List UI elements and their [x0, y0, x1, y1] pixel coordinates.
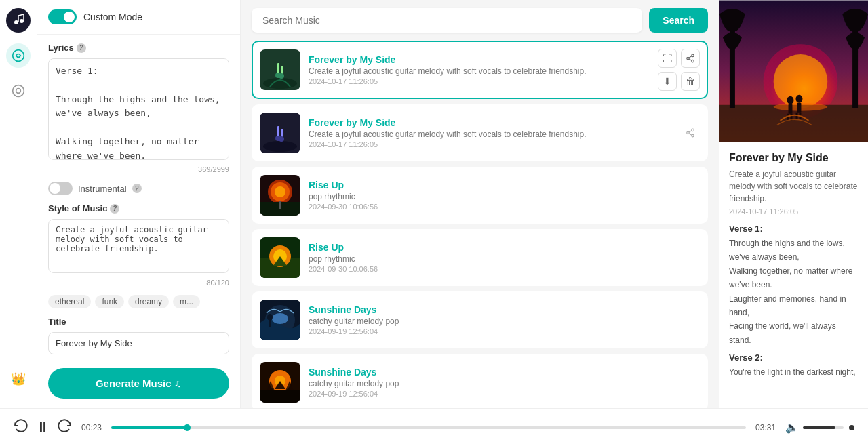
svg-rect-48	[260, 390, 300, 403]
share-button-2[interactable]	[681, 123, 700, 142]
svg-point-20	[263, 141, 297, 152]
song-date-4: 2024-09-30 10:06:56	[309, 265, 700, 273]
song-list: Forever by My Side Create a joyful acous…	[241, 41, 719, 408]
title-label: Title	[48, 317, 229, 327]
song-actions-1: ⛶ ⬇ 🗑	[658, 49, 700, 91]
volume-row: 🔈	[785, 421, 854, 434]
expand-button-1[interactable]: ⛶	[658, 49, 677, 68]
lyric-line-5: You're the light in the darkest night,	[729, 365, 859, 379]
song-title-3: Rise Up	[309, 180, 700, 190]
instrumental-toggle[interactable]	[48, 182, 73, 195]
svg-point-24	[279, 136, 284, 142]
nav-icon-music[interactable]	[6, 79, 31, 103]
verse1-label: Verse 1:	[729, 224, 859, 234]
song-desc-2: Create a joyful acoustic guitar melody w…	[309, 129, 673, 139]
nav-icon-wand[interactable]	[6, 43, 31, 68]
crown-icon[interactable]: 👑	[11, 371, 26, 386]
song-card-4[interactable]: Rise Up pop rhythmic 2024-09-30 10:06:56	[252, 229, 708, 286]
tag-more[interactable]: m...	[173, 295, 200, 308]
song-info-3: Rise Up pop rhythmic 2024-09-30 10:06:56	[309, 180, 700, 211]
rewind-button[interactable]	[14, 418, 28, 437]
song-card-5[interactable]: Sunshine Days catchy guitar melody pop 2…	[252, 291, 708, 348]
svg-rect-57	[789, 104, 793, 114]
svg-point-13	[279, 73, 284, 79]
song-desc-3: pop rhythmic	[309, 192, 700, 201]
instrumental-help-icon: ?	[132, 184, 142, 193]
volume-bar[interactable]	[803, 426, 844, 429]
svg-point-6	[13, 85, 24, 97]
song-date-3: 2024-09-30 10:06:56	[309, 203, 700, 211]
song-details: Forever by My Side Create a joyful acous…	[719, 142, 868, 389]
download-button-1[interactable]: ⬇	[658, 72, 677, 91]
svg-point-5	[13, 50, 24, 62]
tag-funk[interactable]: funk	[95, 295, 124, 308]
song-title-6: Sunshine Days	[309, 367, 700, 378]
tag-dreamy[interactable]: dreamy	[128, 295, 169, 308]
song-date-6: 2024-09-19 12:56:04	[309, 390, 700, 398]
volume-fill	[803, 426, 835, 429]
svg-rect-35	[279, 201, 281, 209]
style-help-icon: ?	[110, 204, 119, 214]
style-label: Style of Music ?	[48, 203, 229, 214]
style-section: Style of Music ? Create a joyful acousti…	[48, 203, 229, 308]
song-thumb-6	[260, 362, 300, 403]
song-desc-6: catchy guitar melody pop	[309, 379, 700, 388]
svg-point-42	[272, 313, 288, 324]
style-char-count: 80/120	[48, 279, 229, 287]
song-thumb-2	[260, 113, 300, 153]
song-desc-4: pop rhythmic	[309, 254, 700, 264]
lyrics-textarea[interactable]: Verse 1: Through the highs and the lows,…	[48, 58, 229, 160]
volume-icon[interactable]: 🔈	[785, 421, 799, 434]
song-date-2: 2024-10-17 11:26:05	[309, 140, 673, 148]
svg-line-28	[689, 134, 692, 135]
svg-point-16	[692, 60, 694, 62]
style-textarea[interactable]: Create a joyful acoustic guitar melody w…	[48, 219, 229, 273]
svg-line-29	[689, 131, 692, 132]
svg-point-33	[275, 186, 285, 197]
left-panel-content: Lyrics ? Verse 1: Through the highs and …	[37, 35, 240, 359]
svg-point-25	[692, 129, 694, 131]
title-input[interactable]	[48, 332, 229, 354]
svg-point-7	[16, 89, 21, 94]
song-desc-5: catchy guitar melody pop	[309, 317, 700, 326]
svg-rect-61	[797, 103, 801, 113]
tag-ethereal[interactable]: ethereal	[48, 295, 91, 308]
svg-point-14	[692, 54, 694, 57]
lyrics-label: Lyrics ?	[48, 43, 229, 53]
song-info-2: Forever by My Side Create a joyful acous…	[309, 117, 673, 148]
song-card-1[interactable]: Forever by My Side Create a joyful acous…	[252, 41, 708, 99]
lyrics-char-count: 369/2999	[48, 165, 229, 174]
forward-button[interactable]	[57, 418, 72, 437]
instrumental-row: Instrumental ?	[48, 182, 229, 195]
svg-point-56	[787, 96, 794, 104]
center-panel: Search Forever by My Side	[241, 0, 719, 408]
svg-point-1	[20, 19, 24, 23]
custom-mode-bar: Custom Mode	[37, 0, 240, 35]
lyric-line-2: Walking together, no matter where we've …	[729, 264, 859, 292]
svg-point-0	[14, 20, 18, 24]
song-date-1: 2024-10-17 11:26:05	[309, 77, 650, 85]
detail-desc: Create a joyful acoustic guitar melody w…	[729, 168, 859, 205]
song-card-3[interactable]: Rise Up pop rhythmic 2024-09-30 10:06:56	[252, 167, 708, 224]
svg-point-26	[687, 131, 690, 134]
progress-bar[interactable]	[111, 426, 746, 429]
custom-mode-toggle[interactable]	[48, 9, 77, 24]
play-pause-button[interactable]: ⏸	[35, 419, 50, 437]
custom-mode-label: Custom Mode	[83, 12, 142, 22]
delete-button-1[interactable]: 🗑	[681, 72, 700, 91]
progress-thumb	[184, 424, 191, 431]
song-action-row-top-1: ⛶	[658, 49, 700, 68]
song-info-1: Forever by My Side Create a joyful acous…	[309, 54, 650, 85]
song-card-2[interactable]: Forever by My Side Create a joyful acous…	[252, 104, 708, 161]
svg-point-27	[692, 134, 694, 137]
instrumental-label: Instrumental	[78, 184, 127, 194]
search-button[interactable]: Search	[649, 8, 708, 33]
logo-icon	[6, 8, 31, 33]
share-button-1[interactable]	[681, 49, 700, 68]
svg-line-17	[689, 59, 692, 60]
generate-button[interactable]: Generate Music ♫	[48, 368, 229, 399]
song-card-6[interactable]: Sunshine Days catchy guitar melody pop 2…	[252, 354, 708, 408]
search-input[interactable]	[252, 8, 642, 33]
song-info-4: Rise Up pop rhythmic 2024-09-30 10:06:56	[309, 242, 700, 273]
title-section: Title	[48, 317, 229, 354]
